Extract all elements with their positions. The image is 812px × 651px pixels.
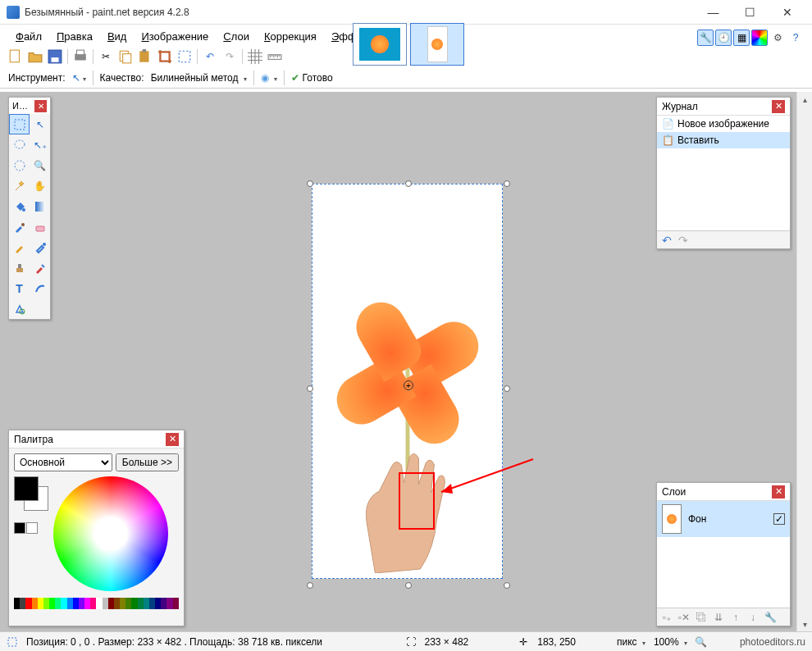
- menu-file[interactable]: Файл: [8, 28, 49, 45]
- thumbnail-1[interactable]: [353, 23, 407, 66]
- quality-dropdown[interactable]: Билинейный метод ▾: [151, 72, 247, 84]
- color-swatch[interactable]: [32, 598, 38, 609]
- shape-tool[interactable]: [9, 298, 30, 319]
- color-swatch[interactable]: [73, 598, 79, 609]
- text-tool[interactable]: T: [9, 278, 30, 298]
- reset-white-icon[interactable]: [26, 522, 38, 534]
- color-wheel[interactable]: [53, 476, 168, 591]
- history-item-paste[interactable]: 📋Вставить: [657, 132, 790, 148]
- rect-select-tool[interactable]: [9, 114, 30, 134]
- pencil-tool[interactable]: [9, 237, 30, 257]
- move-down-icon[interactable]: ↓: [746, 610, 760, 625]
- history-panel[interactable]: Журнал ✕ 📄Новое изображение 📋Вставить ↶ …: [656, 97, 791, 249]
- lasso-tool[interactable]: [9, 134, 30, 155]
- color-swatch[interactable]: [125, 598, 131, 609]
- color-mode-select[interactable]: Основной: [14, 453, 112, 471]
- color-swatch[interactable]: [108, 598, 114, 609]
- color-swatch[interactable]: [144, 598, 149, 609]
- color-swatch[interactable]: [49, 598, 55, 609]
- scroll-down-icon[interactable]: ▾: [797, 617, 812, 631]
- swatch-stack[interactable]: [14, 476, 48, 591]
- tool-current-icon[interactable]: ↖▾: [72, 72, 86, 84]
- close-button[interactable]: ✕: [769, 0, 805, 25]
- ellipse-select-tool[interactable]: [9, 155, 30, 175]
- color-swatch[interactable]: [61, 598, 66, 609]
- delete-layer-icon[interactable]: ▫✕: [677, 610, 691, 625]
- eyedropper-tool[interactable]: [30, 237, 50, 257]
- color-swatch[interactable]: [167, 598, 172, 609]
- bucket-tool[interactable]: [9, 196, 30, 216]
- layer-props-icon[interactable]: 🔧: [763, 610, 778, 625]
- deselect-icon[interactable]: [177, 49, 192, 64]
- color-swatch[interactable]: [90, 598, 96, 609]
- paste-icon[interactable]: [138, 49, 153, 64]
- menu-layers[interactable]: Слои: [216, 28, 257, 45]
- grid-icon[interactable]: [248, 49, 262, 64]
- layers-close-icon[interactable]: ✕: [772, 485, 785, 498]
- menu-edit[interactable]: Правка: [49, 28, 100, 45]
- unit-dropdown[interactable]: пикс ▾: [617, 636, 645, 648]
- layer-visible-checkbox[interactable]: ✓: [773, 513, 785, 525]
- color-swatch[interactable]: [20, 598, 25, 609]
- zoom-out-icon[interactable]: 🔍: [696, 636, 707, 648]
- redo-history-icon[interactable]: ↷: [678, 234, 688, 247]
- color-swatch[interactable]: [84, 598, 90, 609]
- menu-view[interactable]: Вид: [100, 28, 135, 45]
- eraser-tool[interactable]: [30, 216, 50, 237]
- palette-panel[interactable]: Палитра ✕ Основной Больше >>: [8, 430, 185, 626]
- magic-wand-tool[interactable]: [9, 175, 30, 196]
- help-icon[interactable]: ?: [787, 30, 804, 46]
- color-swatch[interactable]: [67, 598, 73, 609]
- save-icon[interactable]: [48, 49, 62, 64]
- brush-tool[interactable]: [9, 216, 30, 237]
- color-swatch[interactable]: [138, 598, 144, 609]
- color-swatch[interactable]: [161, 598, 167, 609]
- color-swatch[interactable]: [55, 598, 61, 609]
- color-swatch[interactable]: [38, 598, 43, 609]
- cut-icon[interactable]: ✂: [98, 49, 113, 64]
- menu-adjust[interactable]: Коррекция: [257, 28, 324, 45]
- primary-swatch[interactable]: [14, 476, 39, 501]
- more-button[interactable]: Больше >>: [116, 453, 179, 471]
- sampling-icon[interactable]: ◉ ▾: [261, 72, 277, 84]
- color-swatch[interactable]: [103, 598, 108, 609]
- tools-toggle-icon[interactable]: 🔧: [697, 30, 714, 46]
- settings-icon[interactable]: ⚙: [769, 30, 786, 46]
- palette-close-icon[interactable]: ✕: [166, 433, 179, 446]
- layers-panel[interactable]: Слои ✕ Фон ✓ ▫₊ ▫✕ ⿻ ⇊ ↑ ↓ 🔧: [656, 482, 791, 626]
- undo-icon[interactable]: ↶: [203, 49, 217, 64]
- move-tool[interactable]: ↖: [30, 114, 50, 134]
- minimize-button[interactable]: —: [695, 0, 732, 25]
- color-swatch[interactable]: [155, 598, 161, 609]
- color-swatch[interactable]: [120, 598, 125, 609]
- thumbnail-2[interactable]: [410, 23, 464, 66]
- color-swatch[interactable]: [79, 598, 84, 609]
- ruler-icon[interactable]: [267, 49, 282, 64]
- move-anchor-icon[interactable]: +: [404, 380, 413, 390]
- zoom-tool[interactable]: 🔍: [30, 155, 50, 175]
- color-swatch[interactable]: [25, 598, 31, 609]
- merge-down-icon[interactable]: ⇊: [711, 610, 726, 625]
- layers-toggle-icon[interactable]: ▦: [733, 30, 750, 46]
- duplicate-layer-icon[interactable]: ⿻: [694, 610, 709, 625]
- color-swatch[interactable]: [131, 598, 137, 609]
- colors-toggle-icon[interactable]: [751, 30, 768, 46]
- history-item-new[interactable]: 📄Новое изображение: [657, 116, 790, 132]
- history-toggle-icon[interactable]: 🕘: [715, 30, 732, 46]
- color-swatch[interactable]: [43, 598, 49, 609]
- tools-panel[interactable]: И… ✕ ↖ ↖₊ 🔍 ✋ T: [8, 97, 51, 320]
- print-icon[interactable]: [73, 49, 88, 64]
- recolor-tool[interactable]: [30, 257, 50, 278]
- new-icon[interactable]: [8, 49, 23, 64]
- scroll-up-icon[interactable]: ▴: [797, 92, 812, 107]
- line-tool[interactable]: [30, 278, 50, 298]
- reset-black-icon[interactable]: [14, 522, 25, 534]
- undo-history-icon[interactable]: ↶: [662, 234, 672, 247]
- redo-icon[interactable]: ↷: [222, 49, 237, 64]
- clone-tool[interactable]: [9, 257, 30, 278]
- open-icon[interactable]: [28, 49, 43, 64]
- color-swatch[interactable]: [114, 598, 120, 609]
- pan-tool[interactable]: ✋: [30, 175, 50, 196]
- gradient-tool[interactable]: [30, 196, 50, 216]
- layer-background[interactable]: Фон ✓: [657, 501, 790, 537]
